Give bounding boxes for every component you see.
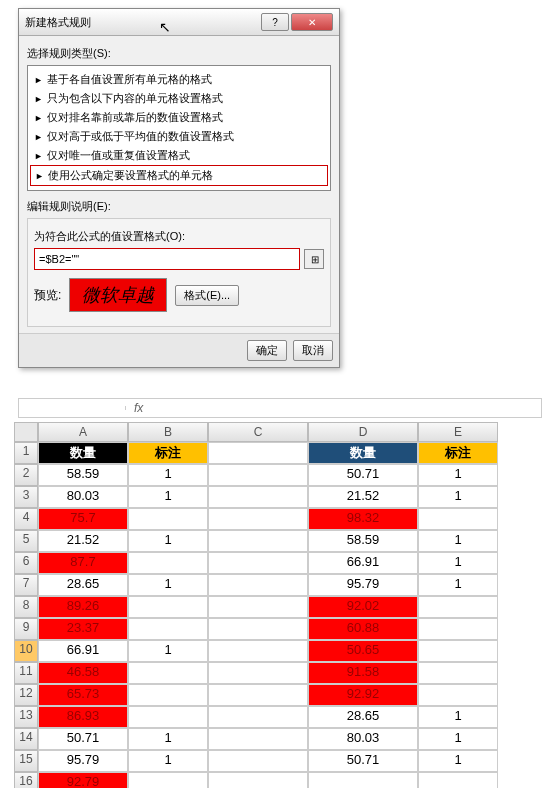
- data-cell[interactable]: [208, 706, 308, 728]
- data-cell[interactable]: [418, 640, 498, 662]
- data-cell[interactable]: [128, 662, 208, 684]
- ok-button[interactable]: 确定: [247, 340, 287, 361]
- data-cell[interactable]: [418, 596, 498, 618]
- data-cell[interactable]: 95.79: [38, 750, 128, 772]
- data-cell[interactable]: [308, 772, 418, 788]
- data-cell[interactable]: 21.52: [308, 486, 418, 508]
- data-cell[interactable]: [208, 618, 308, 640]
- column-header[interactable]: E: [418, 422, 498, 442]
- row-header[interactable]: 11: [14, 662, 38, 684]
- rule-item[interactable]: ►基于各自值设置所有单元格的格式: [30, 70, 328, 89]
- row-header[interactable]: 6: [14, 552, 38, 574]
- data-cell[interactable]: 23.37: [38, 618, 128, 640]
- data-cell[interactable]: 1: [128, 464, 208, 486]
- row-header[interactable]: 10: [14, 640, 38, 662]
- data-cell[interactable]: [128, 684, 208, 706]
- data-cell[interactable]: [128, 508, 208, 530]
- column-header[interactable]: A: [38, 422, 128, 442]
- range-picker-button[interactable]: ⊞: [304, 249, 324, 269]
- row-header[interactable]: 7: [14, 574, 38, 596]
- data-cell[interactable]: 80.03: [308, 728, 418, 750]
- column-header[interactable]: D: [308, 422, 418, 442]
- data-cell[interactable]: 89.26: [38, 596, 128, 618]
- data-cell[interactable]: 1: [128, 640, 208, 662]
- header-cell[interactable]: [208, 442, 308, 464]
- data-cell[interactable]: 46.58: [38, 662, 128, 684]
- data-cell[interactable]: 92.92: [308, 684, 418, 706]
- rule-type-list[interactable]: ►基于各自值设置所有单元格的格式 ►只为包含以下内容的单元格设置格式 ►仅对排名…: [27, 65, 331, 191]
- data-cell[interactable]: 50.65: [308, 640, 418, 662]
- data-cell[interactable]: 1: [128, 750, 208, 772]
- row-header[interactable]: 13: [14, 706, 38, 728]
- data-cell[interactable]: [208, 772, 308, 788]
- data-cell[interactable]: 66.91: [308, 552, 418, 574]
- format-button[interactable]: 格式(E)...: [175, 285, 239, 306]
- data-cell[interactable]: [128, 772, 208, 788]
- row-header[interactable]: 8: [14, 596, 38, 618]
- data-cell[interactable]: [208, 640, 308, 662]
- rule-item[interactable]: ►只为包含以下内容的单元格设置格式: [30, 89, 328, 108]
- data-cell[interactable]: 1: [418, 486, 498, 508]
- data-cell[interactable]: 1: [418, 464, 498, 486]
- data-cell[interactable]: 92.02: [308, 596, 418, 618]
- help-button[interactable]: ?: [261, 13, 289, 31]
- data-cell[interactable]: 58.59: [308, 530, 418, 552]
- data-cell[interactable]: [418, 618, 498, 640]
- data-cell[interactable]: [128, 596, 208, 618]
- data-cell[interactable]: [208, 464, 308, 486]
- data-cell[interactable]: [208, 508, 308, 530]
- column-header[interactable]: C: [208, 422, 308, 442]
- data-cell[interactable]: [418, 684, 498, 706]
- name-box[interactable]: [21, 406, 126, 410]
- formula-input[interactable]: [34, 248, 300, 270]
- row-header[interactable]: 2: [14, 464, 38, 486]
- data-cell[interactable]: 58.59: [38, 464, 128, 486]
- data-cell[interactable]: [418, 662, 498, 684]
- rule-item[interactable]: ►仅对高于或低于平均值的数值设置格式: [30, 127, 328, 146]
- fx-icon[interactable]: fx: [134, 401, 143, 415]
- data-cell[interactable]: [208, 750, 308, 772]
- data-cell[interactable]: 50.71: [308, 750, 418, 772]
- data-cell[interactable]: 80.03: [38, 486, 128, 508]
- data-cell[interactable]: [208, 552, 308, 574]
- data-cell[interactable]: 95.79: [308, 574, 418, 596]
- data-cell[interactable]: 91.58: [308, 662, 418, 684]
- close-button[interactable]: ✕: [291, 13, 333, 31]
- data-cell[interactable]: 1: [418, 574, 498, 596]
- data-cell[interactable]: 1: [128, 530, 208, 552]
- data-cell[interactable]: [208, 530, 308, 552]
- row-header[interactable]: 3: [14, 486, 38, 508]
- row-header[interactable]: 1: [14, 442, 38, 464]
- data-cell[interactable]: [208, 596, 308, 618]
- data-cell[interactable]: [208, 574, 308, 596]
- data-cell[interactable]: 75.7: [38, 508, 128, 530]
- data-cell[interactable]: 1: [418, 728, 498, 750]
- data-cell[interactable]: [418, 772, 498, 788]
- data-cell[interactable]: 50.71: [308, 464, 418, 486]
- data-cell[interactable]: [208, 662, 308, 684]
- rule-item-selected[interactable]: ►使用公式确定要设置格式的单元格: [30, 165, 328, 186]
- header-cell[interactable]: 标注: [128, 442, 208, 464]
- data-cell[interactable]: 87.7: [38, 552, 128, 574]
- row-header[interactable]: 15: [14, 750, 38, 772]
- header-cell[interactable]: 数量: [308, 442, 418, 464]
- row-header[interactable]: 4: [14, 508, 38, 530]
- data-cell[interactable]: 92.79: [38, 772, 128, 788]
- data-cell[interactable]: 50.71: [38, 728, 128, 750]
- data-cell[interactable]: 1: [418, 552, 498, 574]
- data-cell[interactable]: [128, 706, 208, 728]
- data-cell[interactable]: 86.93: [38, 706, 128, 728]
- data-cell[interactable]: 60.88: [308, 618, 418, 640]
- data-cell[interactable]: 21.52: [38, 530, 128, 552]
- rule-item[interactable]: ►仅对唯一值或重复值设置格式: [30, 146, 328, 165]
- data-cell[interactable]: 66.91: [38, 640, 128, 662]
- data-cell[interactable]: [418, 508, 498, 530]
- data-cell[interactable]: 98.32: [308, 508, 418, 530]
- data-cell[interactable]: 65.73: [38, 684, 128, 706]
- row-header[interactable]: 5: [14, 530, 38, 552]
- data-cell[interactable]: [208, 728, 308, 750]
- rule-item[interactable]: ►仅对排名靠前或靠后的数值设置格式: [30, 108, 328, 127]
- select-all-corner[interactable]: [14, 422, 38, 442]
- cancel-button[interactable]: 取消: [293, 340, 333, 361]
- data-cell[interactable]: 1: [128, 486, 208, 508]
